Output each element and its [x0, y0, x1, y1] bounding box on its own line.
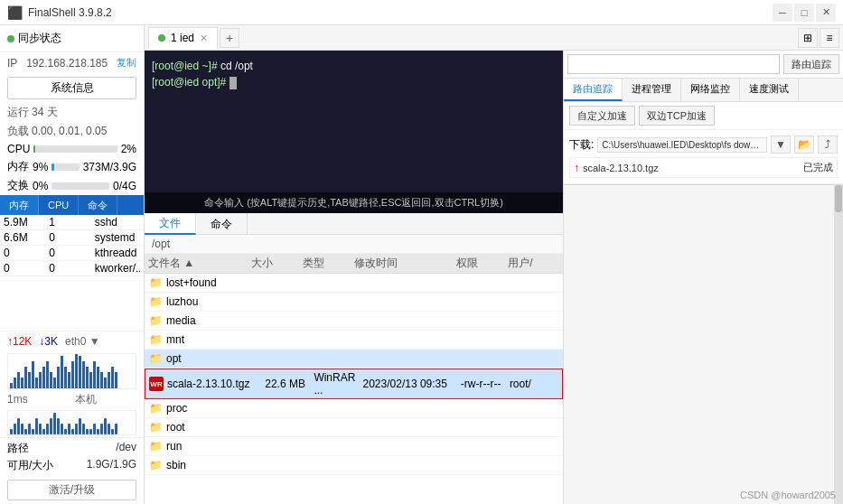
right-tab-process[interactable]: 进程管理	[623, 79, 681, 101]
folder-sbin[interactable]: 📁 sbin	[145, 456, 563, 475]
right-toolbar: 路由追踪	[564, 51, 843, 79]
route-section: 路径 /dev 可用/大小 1.9G/1.9G	[0, 437, 144, 476]
add-tab-button[interactable]: +	[220, 28, 239, 48]
net-row: ↑12K ↓3K eth0 ▼	[7, 335, 136, 348]
proc-item-4[interactable]: 0 0 kworker/...	[0, 261, 144, 276]
folder-run[interactable]: 📁 run	[145, 437, 563, 456]
tab-cpu[interactable]: CPU	[39, 195, 79, 215]
copy-ip-button[interactable]: 复制	[117, 56, 136, 70]
cpu-bar-fill	[33, 145, 35, 153]
right-side-panel: 路由追踪 路由追踪 进程管理 网络监控 速度测试 自定义加速 双边TCP加速	[563, 51, 843, 504]
proc-cmd-4: kworker/...	[95, 262, 140, 275]
uptime-row: 运行 34 天	[0, 103, 144, 122]
speed-buttons: 自定义加速 双边TCP加速	[564, 102, 843, 130]
route-search-input[interactable]	[567, 54, 780, 74]
folder-proc[interactable]: 📁 proc	[145, 399, 563, 418]
mem-val: 9%	[33, 161, 48, 173]
latency-dest: 本机	[75, 393, 97, 406]
col-size: 大小	[251, 256, 303, 271]
download-label: 下载:	[569, 137, 594, 153]
main-layout: 同步状态 IP 192.168.218.185 复制 系统信息 运行 34 天 …	[0, 25, 843, 504]
folder-icon: 📁	[148, 420, 163, 434]
mem-size: 373M/3.9G	[83, 161, 136, 173]
folder-icon: 📁	[148, 401, 163, 415]
custom-speed-button[interactable]: 自定义加速	[569, 106, 635, 126]
load-value: 0.00, 0.01, 0.05	[32, 125, 107, 137]
tab-status-dot	[158, 34, 165, 42]
content-area: [root@ied ~]# cd /opt [root@ied opt]# 命令…	[145, 51, 843, 504]
download-refresh-button[interactable]: ⤴	[818, 135, 838, 154]
app-title: FinalShell 3.9.8.2	[28, 6, 112, 19]
upgrade-button[interactable]: 激活/升级	[7, 480, 136, 500]
minimize-button[interactable]: ─	[773, 4, 792, 22]
uptime-label: 运行	[7, 106, 29, 118]
route-avail-label: 可用/大小	[7, 458, 53, 473]
folder-icon: 📁	[148, 351, 163, 366]
folder-icon: 📁	[148, 275, 163, 290]
download-status: 已完成	[803, 161, 833, 174]
right-tabs: 路由追踪 进程管理 网络监控 速度测试	[564, 79, 843, 102]
folder-name: luzhou	[166, 295, 559, 308]
sync-status: 同步状态	[0, 25, 144, 52]
right-tab-route[interactable]: 路由追踪	[564, 79, 623, 101]
scrollbar-thumb[interactable]	[835, 185, 842, 212]
file-tab-cmd[interactable]: 命令	[196, 213, 248, 235]
folder-media[interactable]: 📁 media	[145, 312, 563, 331]
swap-bar-bg	[52, 182, 109, 190]
terminal[interactable]: [root@ied ~]# cd /opt [root@ied opt]# 命令…	[145, 51, 563, 213]
col-perm: 权限	[456, 256, 508, 271]
active-session-tab[interactable]: 1 ied ✕	[148, 27, 218, 49]
file-scala[interactable]: WR scala-2.13.10.tgz 22.6 MB WinRAR ... …	[145, 369, 563, 399]
titlebar: ⬛ FinalShell 3.9.8.2 ─ □ ✕	[0, 0, 843, 25]
vertical-scrollbar[interactable]	[834, 185, 843, 504]
file-perm: -rw-r--r--	[461, 378, 510, 390]
file-manager: /opt 文件名 ▲ 大小 类型 修改时间 权限 用户/ 📁 lost+foun…	[145, 235, 563, 504]
route-trace-button[interactable]: 路由追踪	[783, 54, 839, 74]
proc-item-3[interactable]: 0 0 kthreadd	[0, 246, 144, 261]
tcp-button[interactable]: 双边TCP加速	[639, 106, 715, 126]
grid-view-button[interactable]: ⊞	[798, 28, 818, 48]
tab-mem[interactable]: 内存	[0, 195, 39, 215]
term-cursor	[229, 77, 237, 89]
proc-item-2[interactable]: 6.6M 0 systemd	[0, 230, 144, 246]
folder-icon: 📁	[148, 458, 163, 472]
proc-cmd-2: systemd	[95, 231, 140, 244]
download-open-button[interactable]: 📂	[794, 135, 814, 154]
right-tab-network[interactable]: 网络监控	[681, 79, 740, 101]
folder-icon: 📁	[148, 439, 163, 453]
maximize-button[interactable]: □	[794, 4, 814, 22]
proc-cpu-2: 0	[49, 231, 94, 244]
download-folder-button[interactable]: ▼	[771, 135, 791, 154]
net-interface[interactable]: eth0 ▼	[65, 335, 100, 348]
proc-tabs: 内存 CPU 命令	[0, 195, 144, 215]
tab-label: 1 ied	[171, 32, 194, 44]
folder-opt[interactable]: 📁 opt	[145, 350, 563, 369]
route-path-value: /dev	[116, 441, 136, 456]
proc-item-1[interactable]: 5.9M 1 sshd	[0, 215, 144, 230]
download-path-row: 下载: C:\Users\huawei.IED\Desktop\fs downl…	[569, 135, 838, 154]
close-button[interactable]: ✕	[816, 4, 836, 22]
proc-mem-2: 6.6M	[4, 231, 49, 244]
file-tab-files[interactable]: 文件	[145, 213, 196, 235]
folder-root[interactable]: 📁 root	[145, 418, 563, 437]
folder-name: lost+found	[166, 276, 559, 289]
list-view-button[interactable]: ≡	[820, 28, 839, 48]
folder-icon: 📁	[148, 332, 163, 347]
terminal-line-2: [root@ied opt]#	[152, 74, 556, 90]
proc-mem-3: 0	[4, 247, 49, 259]
mem-label: 内存	[7, 159, 29, 174]
folder-lost+found[interactable]: 📁 lost+found	[145, 274, 563, 293]
sidebar: 同步状态 IP 192.168.218.185 复制 系统信息 运行 34 天 …	[0, 25, 145, 504]
process-list: 5.9M 1 sshd 6.6M 0 systemd 0 0 kthreadd …	[0, 215, 144, 331]
sys-info-button[interactable]: 系统信息	[7, 77, 136, 99]
route-avail-row: 可用/大小 1.9G/1.9G	[7, 457, 136, 474]
titlebar-controls[interactable]: ─ □ ✕	[773, 4, 836, 22]
folder-luzhou[interactable]: 📁 luzhou	[145, 293, 563, 312]
tab-cmd[interactable]: 命令	[79, 195, 117, 215]
tab-close-icon[interactable]: ✕	[200, 33, 208, 44]
file-name: scala-2.13.10.tgz	[167, 378, 265, 390]
right-tab-speed[interactable]: 速度测试	[740, 79, 799, 101]
tgz-icon-badge: WR	[149, 377, 164, 391]
uptime-value: 34 天	[32, 106, 58, 118]
folder-mnt[interactable]: 📁 mnt	[145, 331, 563, 350]
